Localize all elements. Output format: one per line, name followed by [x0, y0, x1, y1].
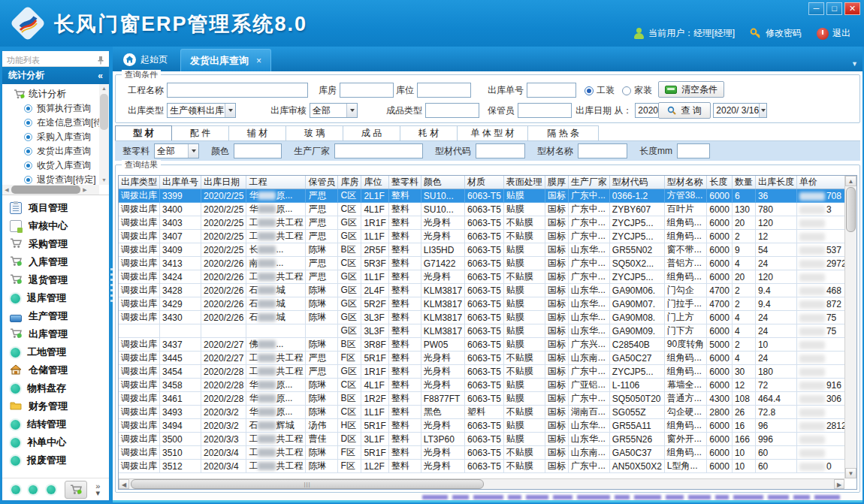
table-row[interactable]: 调拨出库34032020/2/25工共工程严思G区1R1F整料光身料6063-T… [119, 216, 844, 230]
table-row[interactable]: 调拨出库34282020/2/26石城陈琳G区2L4F整料KLM38176063… [119, 284, 844, 297]
tree-item-4[interactable]: 收货入库查询 [5, 158, 98, 173]
table-row[interactable]: 调拨出库34092020/2/25长...陈琳B区2R5F整料LI35HD606… [119, 243, 844, 257]
color-input[interactable] [234, 143, 282, 158]
location-input[interactable] [417, 83, 471, 98]
material-tab-5[interactable]: 耗 材 [400, 125, 458, 140]
search-button[interactable]: 查 询 [658, 102, 711, 119]
table-vertical-scrollbar[interactable]: ▲ ▼ [844, 176, 856, 478]
keeper-input[interactable] [518, 103, 572, 118]
sidebar-section-header[interactable]: 统计分析 « [2, 67, 109, 84]
collapse-icon[interactable]: « [98, 71, 103, 81]
table-row[interactable]: 调拨出库35002020/3/3工共工程曹佳D区3L1F整料LT3P606063… [119, 433, 844, 446]
sidebar-item-12[interactable]: 结转管理 [2, 415, 109, 433]
maker-input[interactable] [334, 143, 423, 158]
tab-active[interactable]: 发货出库查询 × [180, 49, 271, 71]
minimize-button[interactable]: ─ [808, 2, 824, 15]
quick-dot-icon[interactable] [29, 485, 38, 494]
column-header-6[interactable]: 库位 [361, 176, 388, 189]
scroll-up-icon[interactable]: ▲ [99, 84, 109, 93]
sidebar-item-1[interactable]: 审核中心 [2, 217, 109, 235]
table-row[interactable]: 调拨出库34302020/2/26石城陈琳G区3L3F整料KLM38176063… [119, 311, 844, 324]
table-row[interactable]: 调拨出库34612020/2/28华原...陈琳B区1R2F整料F8877FT6… [119, 392, 844, 406]
tree-item-2[interactable]: 采购入库查询 [5, 130, 98, 144]
scroll-right-icon[interactable]: ▶ [80, 187, 89, 193]
column-header-15[interactable]: 长度 [707, 176, 733, 189]
sidebar-item-7[interactable]: 出库管理 [2, 325, 109, 343]
column-header-7[interactable]: 整零料 [388, 176, 421, 189]
radio-jiazhuang[interactable]: 家装 [622, 84, 652, 97]
sidebar-item-3[interactable]: 入库管理 [2, 253, 109, 271]
table-horizontal-scrollbar[interactable]: ◀ ||| ▶ [119, 478, 844, 489]
maximize-button[interactable]: □ [826, 2, 842, 15]
column-header-8[interactable]: 颜色 [421, 176, 464, 189]
column-header-14[interactable]: 型材名称 [664, 176, 706, 189]
date-to-select[interactable]: 2020/ 3/16 [713, 103, 767, 118]
radio-gongzhuang[interactable]: 工装 [585, 84, 615, 97]
sidebar-item-8[interactable]: 工地管理 [2, 343, 109, 361]
change-password-button[interactable]: 修改密码 [750, 27, 802, 40]
material-tab-0[interactable]: 型 材 [115, 125, 172, 140]
tree-item-1[interactable]: 在途信息查询[待 [5, 116, 98, 130]
column-header-0[interactable]: 出库类型 [119, 176, 160, 189]
logout-button[interactable]: 退出 [817, 27, 850, 40]
cart-shortcut-button[interactable] [65, 481, 87, 499]
material-tab-7[interactable]: 隔 热 条 [528, 125, 599, 140]
close-button[interactable]: ✕ [844, 2, 860, 15]
table-row[interactable]: 调拨出库34372020/2/27佛...陈琳B区3R8F整料PW056063-… [119, 338, 844, 352]
sidebar-item-13[interactable]: 补单中心 [2, 433, 109, 451]
column-header-4[interactable]: 保管员 [306, 176, 338, 189]
table-row[interactable]: 调拨出库35102020/3/4工共工程陈琳F区5R1F整料光身料6063-T5… [119, 446, 844, 460]
product-type-input[interactable] [425, 103, 479, 118]
table-row[interactable]: 调拨出库35122020/3/4工共工程陈琳F区1L2F整料光身料6063-T5… [119, 460, 844, 473]
table-row[interactable]: G区3L3F整料KLM38176063-T5贴膜国标山东华...GA90M09.… [119, 324, 844, 338]
column-header-18[interactable]: 单价 [796, 176, 844, 189]
table-row[interactable]: 调拨出库34932020/3/2华原...陈琳C区1L1F整料黑色塑料不贴膜国标… [119, 406, 844, 419]
column-header-5[interactable]: 库房 [338, 176, 361, 189]
material-tab-2[interactable]: 辅 材 [229, 125, 286, 140]
table-row[interactable]: 调拨出库34452020/2/27工共工程严思F区5R1F整料光身料6063-T… [119, 352, 844, 365]
tree-item-0[interactable]: 预算执行查询 [5, 101, 98, 116]
profile-code-input[interactable] [476, 143, 525, 158]
table-row[interactable]: 调拨出库34942020/3/2石辉城汤伟H区5R1F整料光身料6063-T5贴… [119, 419, 844, 433]
column-header-13[interactable]: 型材代码 [609, 176, 664, 189]
column-header-16[interactable]: 数量 [732, 176, 755, 189]
scroll-right-icon[interactable]: ▶ [834, 479, 844, 489]
sidebar-item-10[interactable]: 物料盘存 [2, 379, 109, 397]
sidebar-item-5[interactable]: 退库管理 [2, 289, 109, 307]
table-row[interactable]: 调拨出库33992020/2/25华原...严思C区2L1F整料SU10...6… [119, 189, 844, 203]
scroll-up-icon[interactable]: ▲ [845, 176, 856, 186]
material-tab-3[interactable]: 玻 璃 [286, 125, 343, 140]
length-input[interactable] [677, 143, 710, 158]
sidebar-item-6[interactable]: 生产管理 [2, 307, 109, 325]
table-row[interactable]: 调拨出库34582020/2/28华原...陈琳C区4L1F整料光身料6063-… [119, 379, 844, 392]
scroll-down-icon[interactable]: ▼ [845, 468, 856, 478]
tree-vertical-scrollbar[interactable]: ▲ ▼ [99, 84, 109, 185]
sidebar-item-9[interactable]: 仓储管理 [2, 361, 109, 379]
scroll-left-icon[interactable]: ◀ [2, 187, 11, 193]
material-tab-6[interactable]: 单 体 型 材 [458, 125, 528, 140]
profile-name-input[interactable] [578, 143, 627, 158]
out-type-select[interactable]: 生产领料出库 [167, 103, 236, 118]
sidebar-item-0[interactable]: 项目管理 [2, 199, 109, 217]
table-row[interactable]: 调拨出库34292020/2/26石城陈琳G区5R2F整料KLM38176063… [119, 297, 844, 311]
table-row[interactable]: 调拨出库34002020/2/25华原...严思C区4L1F整料SU10...6… [119, 203, 844, 216]
quick-dot-icon[interactable] [47, 485, 56, 494]
expand-more-button[interactable]: »▾ [95, 483, 100, 496]
column-header-2[interactable]: 出库日期 [201, 176, 246, 189]
table-row[interactable]: 调拨出库34542020/2/28工共工程严思G区1R1F整料光身料6063-T… [119, 365, 844, 379]
warehouse-input[interactable] [340, 83, 394, 98]
sidebar-item-2[interactable]: 采购管理 [2, 235, 109, 253]
tab-list-dropdown-icon[interactable]: ▼ [851, 60, 858, 68]
column-header-11[interactable]: 膜厚 [545, 176, 568, 189]
clear-conditions-button[interactable]: 清空条件 [658, 81, 724, 98]
sidebar-item-11[interactable]: 财务管理 [2, 397, 109, 415]
sidebar-item-14[interactable]: 报废管理 [2, 451, 109, 469]
audit-select[interactable]: 全部 [310, 103, 358, 118]
table-row[interactable]: 调拨出库34242020/2/26工共工程严思G区1L1F整料光身料6063-T… [119, 270, 844, 284]
tree-horizontal-scrollbar[interactable]: ◀ ▶ [2, 185, 99, 195]
material-tab-4[interactable]: 成 品 [343, 125, 400, 140]
column-header-10[interactable]: 表面处理 [503, 176, 545, 189]
column-header-1[interactable]: 出库单号 [160, 176, 201, 189]
scroll-down-icon[interactable]: ▼ [99, 176, 109, 185]
table-row[interactable]: 调拨出库34132020/2/26南...严思C区5R3F整料G71422606… [119, 257, 844, 270]
